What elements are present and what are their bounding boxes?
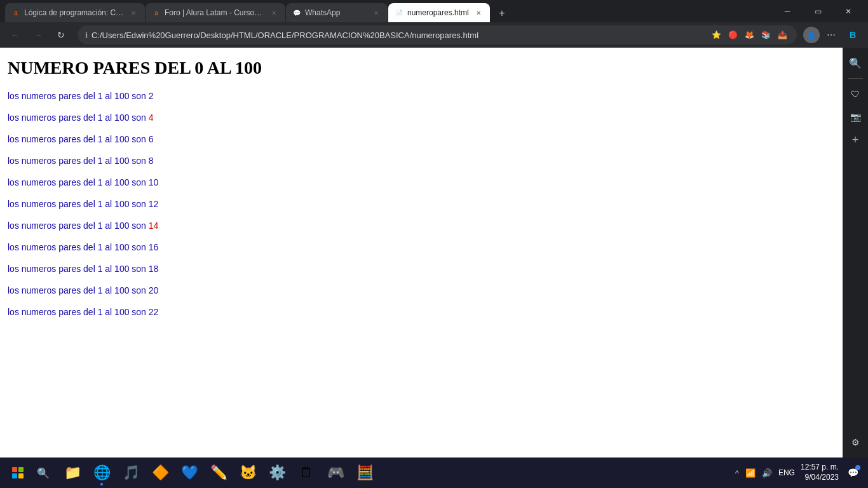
line-9: los numeros pares del 1 al 100 son 18 <box>8 264 832 274</box>
line-2-prefix: los numeros pares del 1 al 100 son <box>8 112 149 123</box>
clock-area[interactable]: 12:57 p. m. 9/04/2023 <box>801 463 839 482</box>
clock-date: 9/04/2023 <box>801 473 839 483</box>
taskbar-git-app[interactable]: 🔶 <box>146 459 174 487</box>
tray-icons: ^ 📶 🔊 ENG <box>733 467 797 479</box>
page-title: NUMERO PARES DEL 0 AL 100 <box>8 58 832 78</box>
tray-language-label[interactable]: ENG <box>776 467 797 478</box>
tray-chevron-icon[interactable]: ^ <box>733 467 741 479</box>
line-10: los numeros pares del 1 al 100 son 20 <box>8 285 832 295</box>
address-text: C:/Users/Edwin%20Guerrero/Desktop/HTML/O… <box>92 30 705 40</box>
address-bar[interactable]: ℹ C:/Users/Edwin%20Guerrero/Desktop/HTML… <box>78 25 797 44</box>
tab-logica[interactable]: a Lógica de programación: Conce... ✕ <box>5 3 145 22</box>
security-icon: ℹ <box>85 31 88 39</box>
minimize-button[interactable]: ─ <box>773 1 802 22</box>
win-logo-yellow <box>18 473 24 478</box>
tab-whatsapp[interactable]: 💬 WhatsApp ✕ <box>286 3 388 22</box>
tray-network-icon[interactable]: 📶 <box>743 467 757 479</box>
bing-icon[interactable]: B <box>843 25 863 45</box>
back-button[interactable]: ← <box>5 25 25 45</box>
address-bar-icons: ⭐ 🔴 🦊 📚 📤 <box>709 28 789 42</box>
line-7-prefix: los numeros pares del 1 al 100 son <box>8 220 149 231</box>
restore-button[interactable]: ▭ <box>803 1 832 22</box>
tab4-close-button[interactable]: ✕ <box>473 8 484 18</box>
tab3-close-button[interactable]: ✕ <box>371 8 381 18</box>
taskbar-github[interactable]: 🐱 <box>234 459 262 487</box>
line-6-text: los numeros pares del 1 al 100 son 12 <box>8 199 158 209</box>
sidebar-search-icon[interactable]: 🔍 <box>845 53 865 73</box>
line-6: los numeros pares del 1 al 100 son 12 <box>8 199 832 209</box>
win-logo-blue <box>12 473 17 478</box>
line-7: los numeros pares del 1 al 100 son 14 <box>8 220 832 231</box>
window-controls: ─ ▭ ✕ <box>773 1 863 22</box>
notification-badge <box>855 465 860 470</box>
taskbar-edge[interactable]: 🌐 <box>88 459 116 487</box>
profile-avatar[interactable]: 👤 <box>803 27 820 43</box>
refresh-button[interactable]: ↻ <box>51 25 71 45</box>
sidebar-separator <box>848 78 863 79</box>
taskbar-tablet-pen[interactable]: ✏️ <box>205 459 233 487</box>
taskbar-xbox[interactable]: 🎮 <box>322 459 349 487</box>
tab3-favicon: 💬 <box>292 8 301 17</box>
forward-button[interactable]: → <box>28 25 48 45</box>
line-3-text: los numeros pares del 1 al 100 son 6 <box>8 134 154 144</box>
sidebar-screenshot-icon[interactable]: 📷 <box>845 107 865 127</box>
taskbar: 🔍 📁 🌐 🎵 🔶 💙 ✏️ 🐱 ⚙️ 🗒 🎮 🧮 ^ 📶 🔊 ENG 12:5… <box>0 458 868 488</box>
clock-time: 12:57 p. m. <box>801 463 839 473</box>
navigation-bar: ← → ↻ ℹ C:/Users/Edwin%20Guerrero/Deskto… <box>0 22 868 48</box>
new-tab-button[interactable]: + <box>493 4 511 22</box>
start-button[interactable] <box>5 460 31 485</box>
line-1-text: los numeros pares del 1 al 100 son 2 <box>8 91 154 101</box>
taskbar-apps: 📁 🌐 🎵 🔶 💙 ✏️ 🐱 ⚙️ 🗒 🎮 🧮 <box>58 459 379 487</box>
line-3: los numeros pares del 1 al 100 son 6 <box>8 134 832 144</box>
taskbar-file-explorer[interactable]: 📁 <box>58 459 86 487</box>
tab2-favicon: a <box>152 8 161 17</box>
line-8: los numeros pares del 1 al 100 son 16 <box>8 242 832 252</box>
line-5-text: los numeros pares del 1 al 100 son 10 <box>8 177 158 187</box>
tab4-title: numeropares.html <box>407 8 470 17</box>
tab3-title: WhatsApp <box>305 8 367 17</box>
taskbar-calculator[interactable]: 🧮 <box>351 459 379 487</box>
tab1-title: Lógica de programación: Conce... <box>24 8 125 17</box>
line-11-text: los numeros pares del 1 al 100 son 22 <box>8 307 158 317</box>
sidebar-settings-icon[interactable]: ⚙ <box>845 432 865 452</box>
collections-icon[interactable]: 📚 <box>759 28 773 42</box>
more-options-button[interactable]: ⋯ <box>821 25 841 45</box>
line-8-text: los numeros pares del 1 al 100 son 16 <box>8 242 158 252</box>
line-5: los numeros pares del 1 al 100 son 10 <box>8 177 832 187</box>
taskbar-search-button[interactable]: 🔍 <box>32 461 55 484</box>
tab2-title: Foro | Alura Latam - Cursos onli... <box>165 8 265 17</box>
page-content: NUMERO PARES DEL 0 AL 100 los numeros pa… <box>0 48 843 458</box>
favorites-icon[interactable]: 🔴 <box>726 28 740 42</box>
tab2-close-button[interactable]: ✕ <box>269 8 279 18</box>
taskbar-spotify[interactable]: 🎵 <box>117 459 145 487</box>
line-11: los numeros pares del 1 al 100 son 22 <box>8 307 832 317</box>
share-icon[interactable]: 📤 <box>775 28 789 42</box>
line-2-number: 4 <box>149 112 154 123</box>
line-7-number: 14 <box>149 220 159 231</box>
nav-right-icons: 👤 ⋯ B <box>803 25 863 45</box>
title-bar: a Lógica de programación: Conce... ✕ a F… <box>0 0 868 22</box>
line-10-text: los numeros pares del 1 al 100 son 20 <box>8 285 158 295</box>
extension-icon[interactable]: 🦊 <box>742 28 756 42</box>
taskbar-settings[interactable]: ⚙️ <box>263 459 291 487</box>
reader-mode-icon[interactable]: ⭐ <box>709 28 723 42</box>
windows-logo <box>12 467 24 478</box>
tab-numeropares[interactable]: 📄 numeropares.html ✕ <box>388 3 490 22</box>
tabs-area: a Lógica de programación: Conce... ✕ a F… <box>5 0 768 22</box>
line-1: los numeros pares del 1 al 100 son 2 <box>8 91 832 101</box>
sidebar-shield-icon[interactable]: 🛡 <box>845 84 865 104</box>
tab1-favicon: a <box>11 8 20 17</box>
browser-sidebar: 🔍 🛡 📷 + ⚙ <box>843 48 868 458</box>
win-logo-green <box>18 467 24 472</box>
browser-window: a Lógica de programación: Conce... ✕ a F… <box>0 0 868 488</box>
sidebar-add-icon[interactable]: + <box>845 130 865 150</box>
tab-foro[interactable]: a Foro | Alura Latam - Cursos onli... ✕ <box>146 3 285 22</box>
taskbar-vscode[interactable]: 💙 <box>175 459 203 487</box>
close-button[interactable]: ✕ <box>834 1 863 22</box>
taskbar-sticky-notes[interactable]: 🗒 <box>292 459 320 487</box>
notification-icon[interactable]: 💬 <box>843 463 863 483</box>
tab1-close-button[interactable]: ✕ <box>128 8 139 18</box>
tray-volume-icon[interactable]: 🔊 <box>760 467 774 479</box>
line-9-text: los numeros pares del 1 al 100 son 18 <box>8 264 158 274</box>
line-2: los numeros pares del 1 al 100 son 4 <box>8 112 832 123</box>
